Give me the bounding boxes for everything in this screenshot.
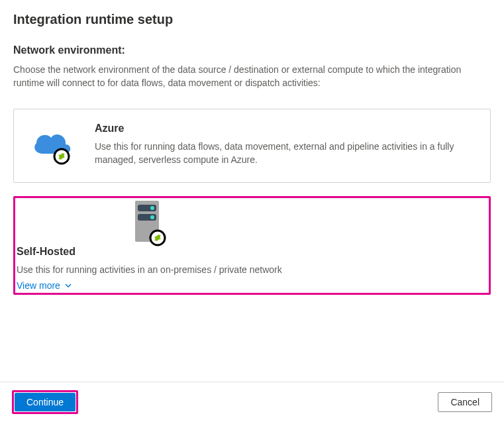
option-card-list: Azure Use this for running data flows, d… xyxy=(13,109,491,295)
view-more-label: View more xyxy=(17,280,60,291)
continue-button-highlight: Continue xyxy=(12,390,78,414)
view-more-link[interactable]: View more xyxy=(17,280,72,291)
page-title: Integration runtime setup xyxy=(13,12,491,27)
option-card-description: Use this for running data flows, data mo… xyxy=(95,140,470,167)
option-card-self-hosted[interactable]: Self-Hosted Use this for running activit… xyxy=(13,196,491,295)
cancel-button[interactable]: Cancel xyxy=(438,392,492,412)
server-icon xyxy=(17,199,282,246)
continue-button[interactable]: Continue xyxy=(15,393,76,411)
section-description: Choose the network environment of the da… xyxy=(13,63,490,90)
option-card-title: Self-Hosted xyxy=(17,246,282,258)
dialog-footer: Continue Cancel xyxy=(0,382,504,422)
svg-point-6 xyxy=(150,215,154,219)
option-card-azure[interactable]: Azure Use this for running data flows, d… xyxy=(13,109,491,183)
option-card-description: Use this for running activities in an on… xyxy=(17,263,282,276)
svg-point-4 xyxy=(150,206,154,210)
chevron-down-icon xyxy=(64,282,72,290)
section-heading: Network environment: xyxy=(13,44,491,56)
option-card-title: Azure xyxy=(95,123,470,134)
cloud-icon xyxy=(28,123,75,169)
